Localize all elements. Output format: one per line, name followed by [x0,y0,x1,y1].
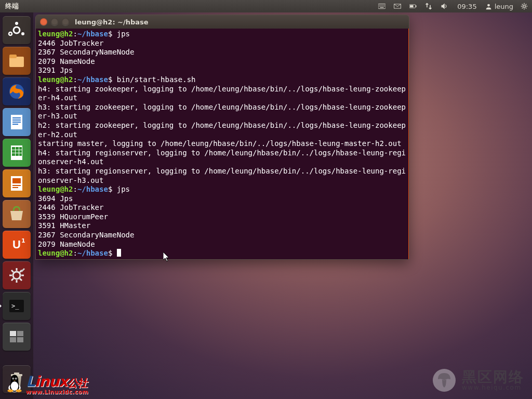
svg-rect-8 [382,6,382,6]
prompt-path: ~/hbase [77,30,108,38]
unity-launcher: U1 >_ [0,12,33,399]
nautilus-icon[interactable] [3,47,31,75]
session-menu[interactable]: leung [482,3,516,10]
svg-rect-41 [19,147,22,150]
svg-point-27 [15,22,18,25]
svg-rect-34 [12,117,21,118]
output-line: 3291 Jps [38,66,73,74]
terminal-body[interactable]: leung@h2:~/hbase$ jps 2446 JobTracker 23… [36,29,409,259]
window-close-button[interactable] [40,18,47,25]
svg-rect-36 [12,122,21,123]
svg-point-78 [12,378,14,379]
svg-rect-42 [12,150,15,153]
output-line: 3591 HMaster [38,221,90,230]
svg-rect-40 [16,147,19,150]
svg-rect-47 [19,153,22,156]
svg-line-23 [526,8,527,9]
battery-indicator-icon[interactable] [405,3,421,10]
svg-text:1: 1 [21,237,25,244]
svg-point-81 [16,390,22,392]
svg-line-24 [522,8,523,9]
app-menu-label[interactable]: 终端 [0,2,24,11]
svg-rect-6 [379,6,380,6]
software-center-icon[interactable] [3,200,31,228]
user-icon [485,3,492,10]
svg-rect-9 [383,6,383,6]
libreoffice-impress-icon[interactable] [3,169,31,197]
clock[interactable]: 09:35 [452,3,482,10]
svg-line-59 [11,270,14,272]
svg-line-60 [20,278,22,281]
cmd-jps-2: jps [117,185,130,193]
terminal-cursor [117,249,121,257]
output-line: 3694 Jps [38,194,73,203]
watermark-right-title: 黑区网络 [462,370,524,384]
output-line: 2079 NameNode [38,57,95,65]
keyboard-indicator-icon[interactable] [374,3,390,10]
svg-rect-37 [12,124,18,125]
window-maximize-button[interactable] [62,18,69,25]
output-line: h4: starting regionserver, logging to /h… [38,149,406,166]
output-line: 3539 HQuorumPeer [38,212,108,221]
svg-rect-46 [16,153,19,156]
svg-rect-35 [12,119,21,121]
svg-point-80 [8,390,14,392]
network-indicator-icon[interactable] [421,3,436,10]
svg-rect-11 [380,7,384,8]
sound-indicator-icon[interactable] [436,3,452,10]
svg-rect-5 [384,5,384,5]
svg-rect-39 [12,147,15,150]
svg-rect-14 [416,5,417,7]
svg-point-16 [487,4,490,6]
ubuntu-one-icon[interactable]: U1 [3,231,31,259]
svg-rect-45 [12,153,15,156]
cmd-start-hbase: bin/start-hbase.sh [117,75,196,84]
svg-rect-4 [383,5,383,5]
svg-rect-67 [10,337,16,342]
svg-rect-68 [17,337,23,342]
output-line: 2446 JobTracker [38,203,103,211]
system-gear-icon[interactable] [516,3,532,10]
output-line: h3: starting zookeeper, logging to /home… [38,103,406,121]
libreoffice-calc-icon[interactable] [3,139,31,167]
session-username: leung [495,3,513,10]
watermark-left-title: Linux公社 [26,375,88,389]
svg-point-28 [9,32,12,35]
window-titlebar[interactable]: leung@h2: ~/hbase [36,15,409,29]
svg-rect-51 [12,187,18,188]
tux-icon [5,372,24,395]
svg-rect-43 [16,150,19,153]
system-settings-icon[interactable] [3,261,31,289]
mail-indicator-icon[interactable] [390,3,405,10]
top-panel: 终端 09:35 leung [0,0,532,12]
svg-rect-1 [379,5,380,5]
output-line: h2: starting zookeeper, logging to /home… [38,121,406,139]
svg-rect-65 [10,331,16,336]
svg-rect-15 [410,5,413,7]
svg-line-61 [11,278,14,281]
svg-point-79 [16,378,17,379]
svg-text:>_: >_ [11,302,19,310]
svg-line-22 [522,4,523,5]
window-title: leung@h2: ~/hbase [75,18,149,26]
svg-point-26 [14,27,20,33]
svg-rect-10 [384,6,384,6]
output-line: starting master, logging to /home/leung/… [38,139,402,148]
dash-home-icon[interactable] [3,16,31,44]
workspace-switcher-icon[interactable] [3,323,31,351]
window-minimize-button[interactable] [51,18,58,25]
watermark-left-url: www.Linuxidc.com [26,389,88,395]
svg-point-54 [13,272,20,279]
terminal-launcher-icon[interactable]: >_ [3,292,31,320]
firefox-icon[interactable] [3,77,31,105]
watermark-right-url: www.heiqu.com [462,384,524,391]
svg-rect-7 [380,6,381,6]
libreoffice-writer-icon[interactable] [3,108,31,136]
cmd-jps-1: jps [117,30,130,38]
prompt-user: leung@h2 [38,30,73,38]
svg-point-17 [523,5,526,8]
watermark-heiqu: 黑区网络 www.heiqu.com [432,368,524,393]
mushroom-icon [432,368,457,393]
svg-point-75 [11,381,18,391]
svg-rect-3 [382,5,382,5]
